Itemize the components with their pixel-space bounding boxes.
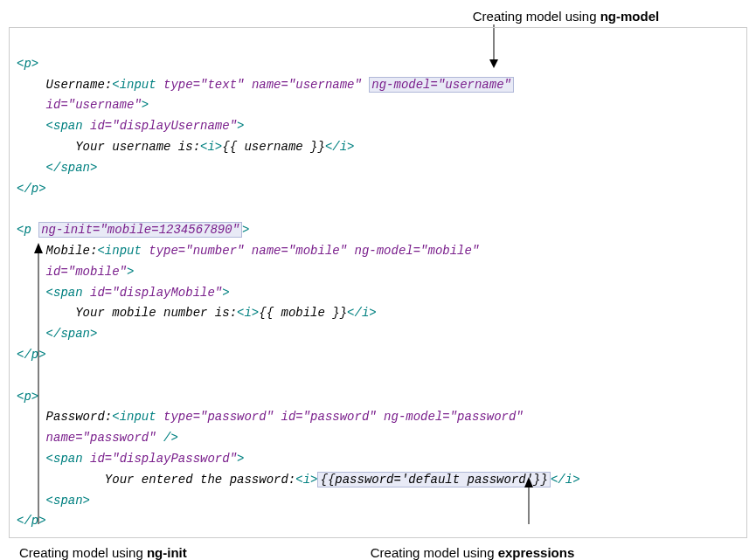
- annotation-top-bold: ng-model: [600, 9, 660, 24]
- expr-mobile: {{ mobile }}: [259, 306, 347, 320]
- attr-id-display-username: id="displayUsername": [83, 119, 237, 133]
- tag-input: <input: [97, 244, 141, 258]
- annotation-bottom-left-bold: ng-init: [147, 545, 187, 560]
- tag-close: >: [222, 286, 229, 300]
- tag-i-open: <i>: [200, 140, 222, 154]
- text-your-password: Your entered the password:: [105, 473, 295, 487]
- tag-p-open-sp: <p: [17, 223, 38, 237]
- tag-close: >: [127, 265, 134, 279]
- tag-p-open: <p>: [17, 390, 38, 404]
- tag-span-unclosed: <span>: [46, 494, 90, 508]
- annotation-bottom-left-prefix: Creating model using: [19, 545, 147, 560]
- attr-ngmodel-password: ng-model="password": [377, 410, 524, 424]
- annotation-bottom-right-bold: expressions: [498, 545, 575, 560]
- tag-span-open: <span: [46, 452, 83, 466]
- attr-id-username: id="username": [46, 98, 142, 112]
- tag-close: >: [142, 98, 149, 112]
- annotation-top-prefix: Creating model using: [473, 9, 600, 24]
- attr-type-text: type="text": [156, 78, 245, 92]
- annotation-bottom-left: Creating model using ng-init: [19, 545, 187, 560]
- tag-input: <input: [112, 410, 156, 424]
- expr-password-highlighted: {{password='default password'}}: [317, 472, 550, 487]
- attr-ngmodel-mobile: ng-model="mobile": [347, 244, 479, 258]
- tag-p-close: </p>: [17, 514, 46, 528]
- label-username: Username:: [46, 78, 113, 92]
- tag-p-close: </p>: [17, 182, 46, 196]
- attr-name-password: name="password": [46, 431, 156, 445]
- attr-name-username: name="username": [244, 78, 361, 92]
- tag-i-close: </i>: [551, 473, 580, 487]
- attr-id-password: id="password": [274, 410, 377, 424]
- label-password: Password:: [46, 410, 113, 424]
- code-box: <p> Username:<input type="text" name="us…: [9, 27, 747, 538]
- expr-username: {{ username }}: [222, 140, 325, 154]
- tag-slash-close: />: [156, 431, 178, 445]
- tag-span-close: </span>: [46, 327, 98, 341]
- text-your-username: Your username is:: [75, 140, 200, 154]
- attr-name-mobile: name="mobile": [244, 244, 347, 258]
- tag-close: >: [237, 119, 244, 133]
- tag-i-close: </i>: [325, 140, 355, 154]
- annotation-bottom-right-prefix: Creating model using: [371, 545, 498, 560]
- annotation-top: Creating model using ng-model: [385, 9, 747, 24]
- attr-ngmodel-username-highlighted: ng-model="username": [369, 77, 514, 93]
- tag-p-open: <p>: [17, 57, 38, 71]
- tag-close: >: [242, 223, 249, 237]
- annotation-bottom-right: Creating model using expressions: [371, 545, 574, 560]
- tag-i-close: </i>: [347, 306, 377, 320]
- tag-close: >: [237, 452, 244, 466]
- attr-nginit-mobile-highlighted: ng-init="mobile=1234567890": [38, 222, 242, 238]
- tag-span-close: </span>: [46, 161, 98, 175]
- attr-type-password: type="password": [156, 410, 274, 424]
- tag-i-open: <i>: [295, 473, 317, 487]
- tag-input: <input: [112, 78, 156, 92]
- tag-p-close: </p>: [17, 348, 46, 362]
- attr-type-number: type="number": [142, 244, 245, 258]
- text-your-mobile: Your mobile number is:: [75, 306, 237, 320]
- attr-id-mobile: id="mobile": [46, 265, 127, 279]
- tag-span-open: <span: [46, 286, 83, 300]
- tag-i-open: <i>: [237, 306, 259, 320]
- attr-id-display-mobile: id="displayMobile": [83, 286, 223, 300]
- label-mobile: Mobile:: [46, 244, 98, 258]
- tag-span-open: <span: [46, 119, 83, 133]
- attr-id-display-password: id="displayPassword": [83, 452, 237, 466]
